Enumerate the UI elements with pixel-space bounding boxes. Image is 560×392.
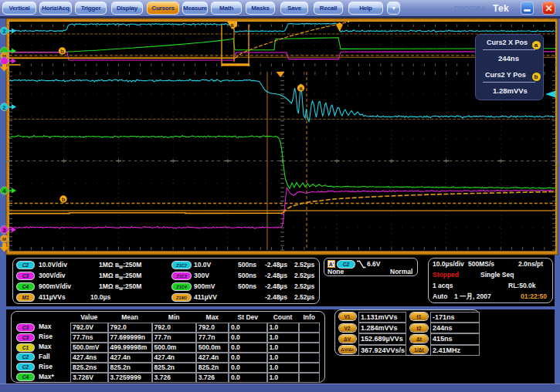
svg-text:M: M <box>2 237 6 242</box>
svg-text:b: b <box>60 48 64 55</box>
svg-text:3: 3 <box>2 227 6 234</box>
svg-text:2: 2 <box>2 28 6 35</box>
svg-text:4: 4 <box>2 188 6 194</box>
svg-text:a: a <box>231 22 234 28</box>
svg-text:b: b <box>62 196 66 203</box>
svg-text:2: 2 <box>2 104 6 111</box>
